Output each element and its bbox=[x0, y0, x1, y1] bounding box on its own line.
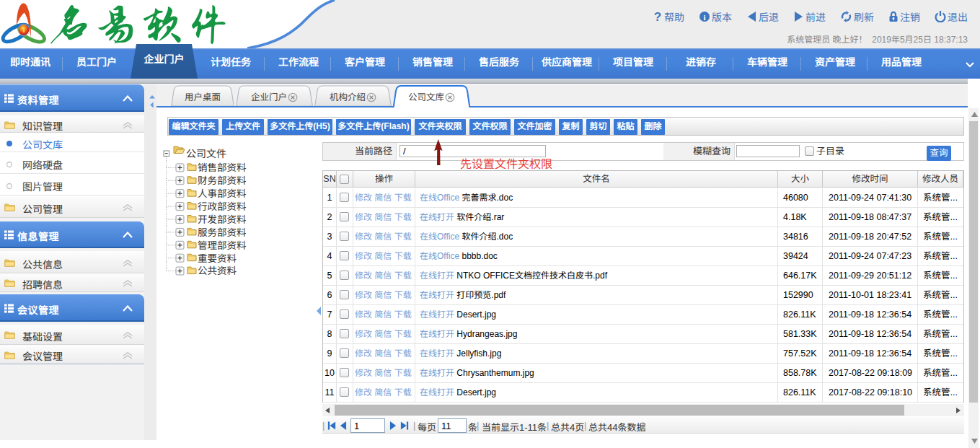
svg-text:销售部资料: 销售部资料 bbox=[198, 162, 247, 173]
svg-text:重要资料: 重要资料 bbox=[198, 253, 237, 264]
svg-text:公司文件: 公司文件 bbox=[186, 148, 226, 159]
svg-text:管理部资料: 管理部资料 bbox=[198, 240, 247, 251]
svg-text:服务部资料: 服务部资料 bbox=[198, 227, 247, 238]
svg-text:财务部资料: 财务部资料 bbox=[198, 175, 247, 186]
svg-text:开发部资料: 开发部资料 bbox=[198, 214, 247, 225]
svg-text:人事部资料: 人事部资料 bbox=[198, 188, 247, 199]
svg-text:公共资料: 公共资料 bbox=[198, 265, 237, 276]
svg-text:i: i bbox=[703, 13, 705, 22]
svg-text:?: ? bbox=[654, 11, 661, 22]
svg-text:行政部资料: 行政部资料 bbox=[198, 201, 247, 212]
